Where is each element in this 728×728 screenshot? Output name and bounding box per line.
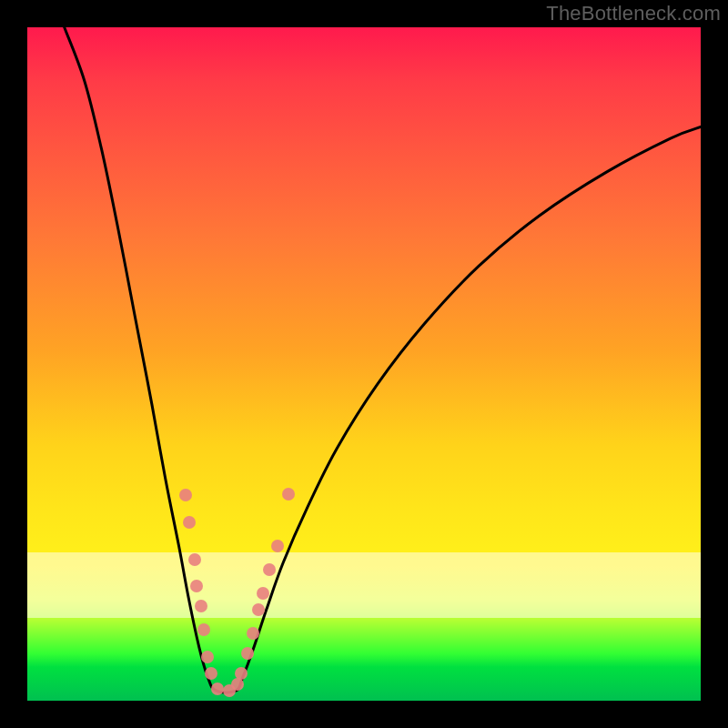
data-marker xyxy=(241,647,254,660)
data-marker xyxy=(247,627,259,640)
data-marker xyxy=(271,540,284,552)
bottleneck-curve xyxy=(27,27,701,701)
data-marker xyxy=(179,489,192,501)
data-marker xyxy=(201,651,214,663)
data-marker xyxy=(252,603,265,616)
outer-frame: TheBottleneck.com xyxy=(0,0,728,728)
data-marker xyxy=(263,563,276,576)
watermark-text: TheBottleneck.com xyxy=(546,2,721,25)
data-marker xyxy=(205,667,217,680)
curve-path xyxy=(65,27,701,693)
data-marker xyxy=(235,667,248,680)
data-marker xyxy=(257,587,269,600)
data-marker xyxy=(197,623,210,636)
data-marker xyxy=(190,580,203,592)
data-marker xyxy=(282,488,295,500)
plot-area xyxy=(27,27,701,701)
data-marker xyxy=(188,553,201,566)
data-marker xyxy=(183,516,196,529)
data-marker xyxy=(195,600,207,612)
data-marker xyxy=(211,682,224,695)
